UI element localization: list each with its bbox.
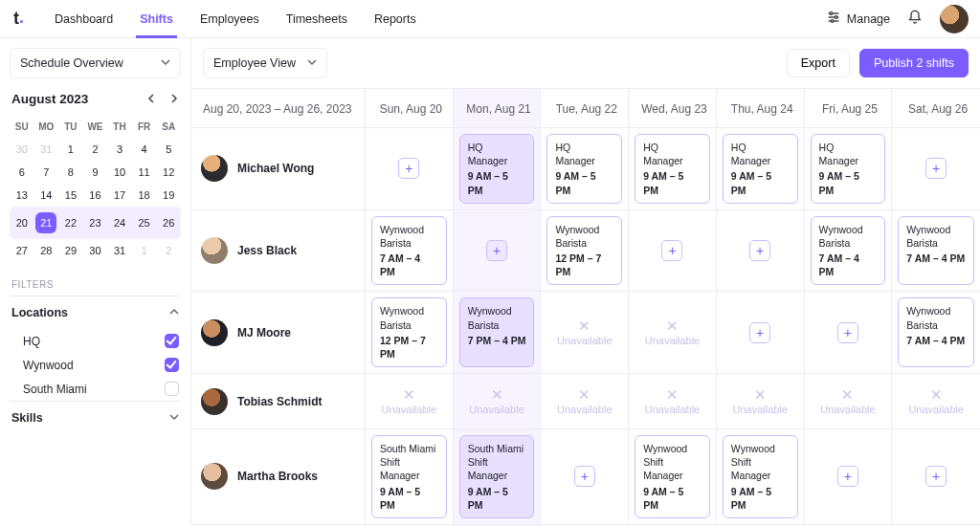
employee-name: Martha Brooks	[237, 470, 318, 483]
calendar-day[interactable]: 10	[107, 161, 132, 184]
calendar-next[interactable]	[169, 92, 179, 106]
bell-icon[interactable]	[907, 10, 923, 28]
location-checkbox[interactable]	[165, 382, 179, 396]
schedule-select[interactable]: Schedule Overview	[10, 48, 181, 78]
location-label: HQ	[23, 335, 40, 348]
unavailable: ✕Unavailable	[898, 380, 974, 423]
add-shift-button[interactable]: +	[925, 158, 947, 179]
calendar-day[interactable]: 16	[83, 184, 108, 207]
calendar-day[interactable]: 27	[10, 239, 34, 262]
calendar-day[interactable]: 1	[58, 138, 83, 161]
calendar-dow: TH	[107, 116, 132, 138]
view-select[interactable]: Employee View	[203, 48, 327, 78]
shift-card[interactable]: HQManager9 AM – 5 PM	[635, 134, 710, 204]
location-item[interactable]: South Miami	[10, 377, 181, 401]
shift-card[interactable]: HQManager9 AM – 5 PM	[546, 134, 622, 204]
shift-card[interactable]: WynwoodBarista7 AM – 4 PM	[898, 216, 974, 286]
calendar-day[interactable]: 1	[132, 239, 157, 262]
nav-shifts[interactable]: Shifts	[126, 0, 187, 38]
add-shift-button[interactable]: +	[574, 466, 595, 487]
calendar-day[interactable]: 13	[10, 184, 34, 207]
shift-card[interactable]: WynwoodBarista12 PM – 7 PM	[371, 297, 447, 367]
employee-cell[interactable]: Jess Black	[191, 210, 366, 293]
calendar-day[interactable]: 31	[107, 239, 132, 262]
calendar-day[interactable]: 31	[34, 138, 59, 161]
export-button[interactable]: Export	[787, 49, 850, 77]
calendar-day[interactable]: 24	[107, 207, 132, 239]
nav-employees[interactable]: Employees	[187, 0, 273, 38]
add-shift-button[interactable]: +	[837, 466, 858, 487]
calendar-day[interactable]: 5	[156, 138, 181, 161]
unavailable: ✕Unavailable	[635, 297, 710, 367]
location-item[interactable]: Wynwood	[10, 353, 181, 377]
nav-dashboard[interactable]: Dashboard	[41, 0, 126, 38]
location-item[interactable]: HQ	[10, 329, 181, 353]
calendar-day[interactable]: 20	[10, 207, 34, 239]
shift-role: Shift Manager	[731, 455, 790, 482]
shift-role: Shift Manager	[468, 455, 526, 482]
calendar-day[interactable]: 26	[156, 207, 181, 239]
employee-cell[interactable]: MJ Moore	[191, 292, 366, 374]
calendar-day[interactable]: 30	[83, 239, 108, 262]
shift-card[interactable]: WynwoodBarista7 AM – 4 PM	[371, 216, 447, 286]
nav-timesheets[interactable]: Timesheets	[273, 0, 361, 38]
calendar-day[interactable]: 9	[83, 161, 108, 184]
shift-card[interactable]: South MiamiShift Manager9 AM – 5 PM	[459, 435, 535, 518]
calendar-day[interactable]: 3	[107, 138, 132, 161]
shift-role: Barista	[468, 318, 526, 332]
add-shift-button[interactable]: +	[398, 158, 419, 179]
calendar-day[interactable]: 6	[10, 161, 34, 184]
calendar-day[interactable]: 4	[132, 138, 157, 161]
add-shift-button[interactable]: +	[486, 240, 507, 261]
shift-time: 9 AM – 5 PM	[468, 485, 526, 512]
manage-link[interactable]: Manage	[826, 10, 890, 28]
shift-card[interactable]: South MiamiShift Manager9 AM – 5 PM	[371, 435, 447, 518]
calendar-day[interactable]: 28	[34, 239, 59, 262]
shift-card[interactable]: WynwoodBarista12 PM – 7 PM	[546, 216, 622, 286]
add-shift-button[interactable]: +	[925, 466, 947, 487]
calendar-day[interactable]: 12	[156, 161, 181, 184]
calendar-day[interactable]: 14	[34, 184, 59, 207]
location-checkbox[interactable]	[165, 358, 179, 372]
shift-time: 7 AM – 4 PM	[819, 252, 878, 278]
add-shift-button[interactable]: +	[837, 322, 858, 343]
calendar-day[interactable]: 18	[132, 184, 157, 207]
user-avatar[interactable]	[940, 5, 969, 33]
shift-card[interactable]: WynwoodShift Manager9 AM – 5 PM	[723, 435, 798, 518]
calendar-day[interactable]: 21	[34, 207, 59, 239]
topbar: t. DashboardShiftsEmployeesTimesheetsRep…	[0, 0, 980, 38]
calendar-day[interactable]: 11	[132, 161, 157, 184]
employee-cell[interactable]: Tobias Schmidt	[191, 374, 366, 429]
calendar-day[interactable]: 2	[83, 138, 108, 161]
skills-title: Skills	[11, 411, 43, 425]
calendar-day[interactable]: 15	[58, 184, 83, 207]
shift-card[interactable]: HQManager9 AM – 5 PM	[811, 134, 886, 204]
shift-card[interactable]: WynwoodBarista7 AM – 4 PM	[811, 216, 886, 286]
shift-card[interactable]: HQManager9 AM – 5 PM	[459, 134, 535, 204]
calendar-day[interactable]: 30	[10, 138, 34, 161]
calendar-day[interactable]: 25	[132, 207, 157, 239]
calendar-day[interactable]: 19	[156, 184, 181, 207]
calendar-prev[interactable]	[146, 92, 156, 106]
nav-reports[interactable]: Reports	[361, 0, 430, 38]
shift-card[interactable]: WynwoodBarista7 PM – 4 PM	[459, 297, 535, 367]
calendar-day[interactable]: 2	[156, 239, 181, 262]
add-shift-button[interactable]: +	[749, 240, 770, 261]
add-shift-button[interactable]: +	[749, 322, 770, 343]
shift-card[interactable]: WynwoodShift Manager9 AM – 5 PM	[635, 435, 710, 518]
employee-cell[interactable]: Martha Brooks	[191, 429, 366, 525]
calendar-day[interactable]: 8	[58, 161, 83, 184]
shift-card[interactable]: WynwoodBarista7 AM – 4 PM	[898, 297, 974, 367]
calendar-day[interactable]: 29	[58, 239, 83, 262]
calendar-day[interactable]: 22	[58, 207, 83, 239]
calendar-day[interactable]: 23	[83, 207, 108, 239]
locations-header[interactable]: Locations	[10, 296, 181, 329]
publish-button[interactable]: Publish 2 shifts	[859, 49, 969, 77]
skills-header[interactable]: Skills	[10, 402, 181, 434]
add-shift-button[interactable]: +	[661, 240, 682, 261]
employee-cell[interactable]: Michael Wong	[191, 128, 366, 210]
location-checkbox[interactable]	[165, 334, 179, 348]
shift-card[interactable]: HQManager9 AM – 5 PM	[723, 134, 798, 204]
calendar-day[interactable]: 17	[107, 184, 132, 207]
calendar-day[interactable]: 7	[34, 161, 59, 184]
